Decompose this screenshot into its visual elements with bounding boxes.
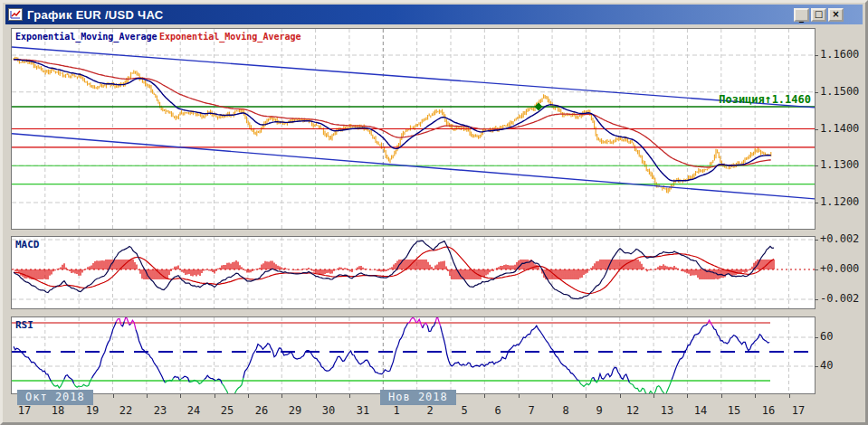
date-axis-tick — [248, 394, 249, 398]
chart-app-icon — [8, 8, 23, 21]
date-axis-tick — [721, 394, 722, 398]
up-arrow-icon: ↑ — [765, 92, 772, 106]
price-axis-label: 1.1600 — [820, 48, 859, 61]
price-axis-label: 1.1400 — [820, 122, 859, 135]
macd-panel[interactable]: MACD — [11, 236, 816, 309]
date-label: 13 — [652, 404, 682, 417]
date-axis-tick — [281, 394, 282, 398]
date-axis-tick — [215, 394, 215, 398]
month-badge-oct: Окт 2018 — [17, 390, 93, 405]
date-label: 5 — [449, 404, 480, 417]
price-axis-tick — [815, 55, 818, 56]
close-button[interactable]: × — [828, 8, 844, 22]
date-label: 7 — [516, 404, 547, 417]
date-label: 14 — [685, 404, 716, 417]
date-axis-tick — [755, 394, 756, 398]
macd-axis-label: +0.000 — [820, 262, 859, 275]
ema-slow-legend: Exponential_Moving_Average — [159, 32, 301, 42]
date-label: 24 — [178, 404, 209, 417]
price-axis-label: 1.1200 — [820, 195, 859, 208]
date-axis-tick — [349, 394, 350, 398]
price-axis-tick — [815, 165, 818, 166]
window-controls: _ □ × — [794, 8, 860, 22]
rsi-axis-label: 40 — [820, 359, 833, 372]
macd-label: MACD — [15, 239, 40, 250]
date-axis-tick — [113, 394, 114, 398]
position-price: 1.1460 — [772, 93, 811, 106]
rsi-axis-tick — [815, 366, 818, 367]
macd-axis-label: +0.002 — [820, 232, 859, 245]
date-axis-tick — [519, 394, 520, 398]
rsi-axis-label: 60 — [820, 330, 833, 343]
date-axis-tick — [147, 394, 148, 398]
maximize-icon: □ — [815, 10, 823, 19]
position-text: Позиция — [719, 93, 765, 106]
window-title: График EUR /USD ЧАС — [27, 8, 164, 22]
date-label: 31 — [348, 404, 378, 417]
macd-axis-label: -0.002 — [820, 292, 859, 305]
price-chart-panel[interactable]: Exponential_Moving_Average Exponential_M… — [11, 28, 816, 230]
position-label: Позиция↑1.1460 — [719, 92, 811, 106]
price-axis-tick — [815, 129, 818, 130]
month-badge-nov: Нов 2018 — [380, 390, 456, 405]
date-label: 26 — [246, 404, 277, 417]
date-axis-tick — [552, 394, 553, 398]
minimize-button[interactable]: _ — [794, 8, 809, 22]
price-axis-label: 1.1500 — [820, 85, 859, 98]
minimize-icon: _ — [799, 13, 804, 22]
date-label: 6 — [482, 404, 513, 417]
date-label: 17 — [783, 404, 814, 417]
date-label: 1 — [381, 404, 412, 417]
screen: График EUR /USD ЧАС _ □ × Exponential_Mo… — [0, 0, 868, 425]
date-axis-tick — [180, 394, 181, 398]
rsi-axis-tick — [815, 337, 818, 338]
date-label: 25 — [212, 404, 243, 417]
macd-axis-tick — [815, 299, 818, 300]
maximize-button[interactable]: □ — [811, 8, 826, 22]
price-axis-tick — [815, 92, 818, 93]
date-axis-tick — [620, 394, 621, 398]
price-axis-label: 1.1300 — [820, 158, 859, 171]
chart-window: График EUR /USD ЧАС _ □ × Exponential_Mo… — [0, 0, 868, 425]
date-label: 23 — [145, 404, 176, 417]
rsi-panel[interactable]: RSI — [11, 316, 816, 394]
date-label: 15 — [719, 404, 749, 417]
rsi-canvas[interactable] — [12, 317, 815, 393]
price-axis-tick — [815, 203, 818, 203]
date-label: 8 — [550, 404, 581, 417]
date-axis-tick — [316, 394, 317, 398]
date-axis-tick — [653, 394, 654, 398]
titlebar[interactable]: График EUR /USD ЧАС _ □ × — [5, 5, 863, 24]
date-axis-tick — [484, 394, 485, 398]
close-icon: × — [832, 10, 839, 19]
date-label: 29 — [280, 404, 310, 417]
date-label: 17 — [9, 404, 40, 417]
date-label: 19 — [77, 404, 108, 417]
date-label: 12 — [617, 404, 648, 417]
price-chart-canvas[interactable] — [12, 29, 815, 229]
macd-axis-tick — [815, 240, 818, 241]
date-axis-tick — [687, 394, 688, 398]
date-axis-tick — [586, 394, 587, 398]
macd-canvas[interactable] — [12, 237, 815, 308]
date-axis-tick — [789, 394, 790, 398]
date-label: 9 — [584, 404, 615, 417]
date-label: 18 — [43, 404, 73, 417]
date-label: 22 — [110, 404, 141, 417]
ema-fast-legend: Exponential_Moving_Average — [15, 32, 157, 42]
rsi-label: RSI — [15, 319, 33, 331]
date-label: 2 — [415, 404, 445, 417]
date-label: 16 — [753, 404, 784, 417]
date-label: 30 — [313, 404, 344, 417]
macd-axis-tick — [815, 269, 818, 270]
